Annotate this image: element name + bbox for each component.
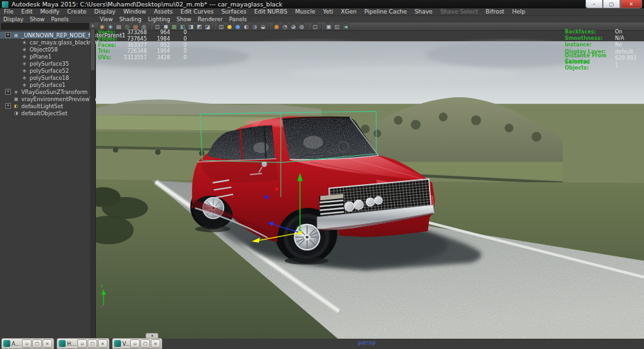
close-button[interactable]: × [98,339,108,348]
blue-handle-marker [265,196,268,199]
maximize-button[interactable]: □ [32,339,42,348]
outliner-item-car-maya-glass-black001[interactable]: ◈car_maya:glass_black001 [0,39,90,46]
shaded-icon[interactable]: ◼ [162,23,169,30]
textured-icon[interactable]: ▩ [171,23,178,30]
depth-of-field-icon[interactable]: ◑ [251,23,258,30]
expand-icon[interactable]: + [5,103,11,109]
outliner-scrollbar[interactable]: ▲ [90,23,95,340]
menu-panels[interactable]: Panels [48,16,71,23]
ambient-occlusion-icon[interactable]: ◩ [196,23,203,30]
menu-pipeline-cache[interactable]: Pipeline Cache [361,8,411,15]
outliner-search-input[interactable] [1,23,89,30]
menu-edit[interactable]: Edit [17,8,36,15]
share-view-icon[interactable]: ◄ [342,23,349,30]
bookmarks-icon[interactable]: ◇ [124,23,131,30]
close-button[interactable]: × [151,339,160,348]
restore-button[interactable]: ▫ [77,339,87,348]
outliner-item-polysurface1[interactable]: ◈polySurface1 [0,81,90,88]
xray-icon[interactable]: ◔ [281,23,289,30]
scene-light-icon[interactable]: ● [234,23,242,30]
manipulator-center[interactable] [298,231,301,234]
scrollbar-thumb[interactable] [91,29,95,70]
menu-surfaces[interactable]: Surfaces [218,8,251,15]
all-lights-icon[interactable]: ◧ [179,23,186,30]
hud-row-uvs: UVs:131355734280 [98,55,187,61]
plate-mode-icon[interactable]: ◍ [298,23,305,30]
shadows-icon[interactable]: ◨ [187,23,194,30]
outliner-item-defaultlightset[interactable]: +◐defaultLightSet [0,102,90,109]
expand-icon[interactable]: + [5,89,11,95]
outliner-item-polysurface52[interactable]: ◈polySurface52 [0,67,90,74]
minimized-window-h[interactable]: H...▫□× [57,338,109,349]
outliner-item-unknown-rep-node-fosterparent1[interactable]: +▣_UNKNOWN_REP_NODE_fosterParent1 [0,32,90,39]
menu-shading[interactable]: Shading [116,16,145,23]
menu-edit-curves[interactable]: Edit Curves [176,8,218,15]
outliner-item-polysurface18[interactable]: ◈polySurface18 [0,74,90,81]
menu-display[interactable]: Display [0,16,26,23]
isolate-select-icon[interactable]: ● [273,23,280,30]
menu-file[interactable]: File [0,8,17,15]
window-controls: –▢× [585,0,642,8]
film-gate-icon[interactable]: ◱ [334,23,341,30]
menu-yeti[interactable]: Yeti [319,8,337,15]
node-type-icon: ▣ [13,96,19,102]
menu-show[interactable]: Show [26,16,48,23]
minimized-window-a[interactable]: A...▫□× [1,338,54,349]
maximize-button[interactable]: ▢ [603,0,620,8]
menu-renderer[interactable]: Renderer [194,16,226,23]
outliner-item-defaultobjectset[interactable]: ◑defaultObjectSet [0,109,90,117]
menu-muscle[interactable]: Muscle [291,8,319,15]
outliner-item-pplane1[interactable]: ◈pPlane1 [0,53,90,60]
grease-pencil-icon[interactable]: ▢ [312,23,319,30]
menu-xgen[interactable]: XGen [337,8,360,15]
maximize-button[interactable]: □ [140,339,150,348]
menu-lighting[interactable]: Lighting [145,16,173,23]
maximize-button[interactable]: □ [88,339,97,348]
minimize-button[interactable]: – [585,0,603,8]
outliner-item-vraygeosunztransform[interactable]: +◈VRayGeoSunZTransform [0,88,90,95]
close-button[interactable]: × [620,0,642,8]
menu-create[interactable]: Create [63,8,90,15]
hud-row-faces: Faces:3633779520 [98,42,187,48]
default-light-icon[interactable]: ● [226,23,233,30]
menu-assets[interactable]: Assets [150,8,176,15]
toolbar-separator [214,23,215,30]
minimized-window-v[interactable]: V...▫□× [112,338,162,349]
menu-shave[interactable]: Shave [411,8,437,15]
node-label: vrayEnvironmentPreviewTm [21,96,99,102]
menu-show[interactable]: Show [173,16,194,23]
motion-blur-icon[interactable]: ◪ [204,23,211,30]
viewport-3d-scene[interactable]: Y [95,31,644,349]
outliner-item-vrayenvironmentpreviewtm[interactable]: ▣vrayEnvironmentPreviewTm [0,95,90,102]
close-button[interactable]: × [43,339,52,348]
main-menu-bar: FileEditModifyCreateDisplayWindowAssetsE… [0,8,644,16]
wireframe-icon[interactable]: ◻ [154,23,161,30]
menu-window[interactable]: Window [119,8,150,15]
camera-attributes-icon[interactable]: ▤ [115,23,122,30]
title-bar[interactable]: Autodesk Maya 2015: C:\Users\Muhamd\Desk… [0,0,644,8]
restore-button[interactable]: ▫ [22,339,32,348]
menu-panels[interactable]: Panels [226,16,250,23]
expand-icon[interactable]: + [5,32,11,38]
exposure-icon[interactable]: ◒ [260,23,267,30]
maya-window-icon [59,340,66,347]
menu-help[interactable]: Help [508,8,529,15]
restore-button[interactable]: ▫ [130,339,140,348]
menu-view[interactable]: View [97,16,116,23]
menu-shave-select[interactable]: Shave Select [437,8,482,15]
outliner-item-polysurface35[interactable]: ◈polySurface35 [0,60,90,67]
multisample-icon[interactable]: ◫ [218,23,225,30]
menu-display[interactable]: Display [90,8,119,15]
select-camera-icon[interactable]: ◉ [99,23,106,30]
outliner-item-object058[interactable]: ◈Object058 [0,46,90,53]
image-plane-icon[interactable]: ▦ [132,23,139,30]
fog-icon[interactable]: ◐ [243,23,250,30]
scroll-up-icon[interactable]: ▲ [90,23,95,28]
xray-joints-icon[interactable]: ◕ [290,23,297,30]
lock-camera-icon[interactable]: ◈ [107,23,114,30]
menu-modify[interactable]: Modify [37,8,64,15]
pan-zoom-icon[interactable]: ◎ [140,23,147,30]
menu-edit-nurbs[interactable]: Edit NURBS [251,8,292,15]
gate-mask-icon[interactable]: ▣ [325,23,332,30]
menu-bifrost[interactable]: Bifrost [482,8,508,15]
